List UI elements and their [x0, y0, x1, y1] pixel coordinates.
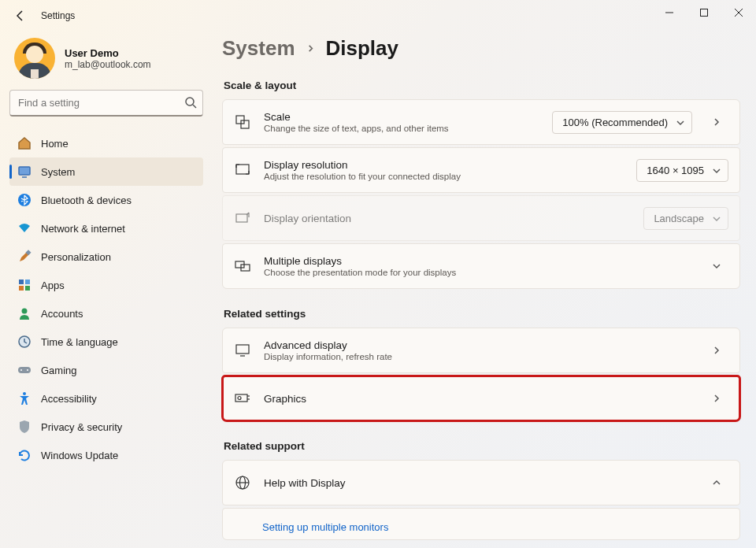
close-button[interactable] — [721, 0, 756, 25]
svg-rect-16 — [18, 367, 31, 373]
svg-line-5 — [193, 105, 196, 108]
svg-rect-26 — [236, 345, 249, 354]
svg-rect-11 — [25, 280, 30, 284]
svg-rect-10 — [19, 280, 24, 284]
svg-point-4 — [186, 98, 194, 106]
svg-point-19 — [23, 392, 26, 395]
svg-rect-6 — [19, 167, 30, 175]
svg-rect-20 — [236, 116, 244, 124]
sidebar-item-bluetooth[interactable]: Bluetooth & devices — [9, 186, 203, 214]
sidebar-item-privacy[interactable]: Privacy & security — [9, 413, 203, 441]
minimize-button[interactable] — [652, 0, 687, 25]
help-link[interactable]: Setting up multiple monitors — [223, 509, 388, 539]
help-collapse[interactable] — [705, 478, 728, 487]
sidebar-item-accounts[interactable]: Accounts — [9, 299, 203, 328]
svg-rect-22 — [236, 165, 249, 174]
breadcrumb-parent[interactable]: System — [222, 36, 295, 61]
back-button[interactable] — [9, 5, 32, 27]
avatar — [14, 38, 55, 79]
chevron-right-icon — [306, 43, 315, 55]
help-link-row[interactable]: Setting up multiple monitors — [222, 508, 740, 540]
window-title: Settings — [41, 10, 75, 21]
sidebar-item-apps[interactable]: Apps — [9, 271, 203, 299]
svg-point-18 — [27, 369, 28, 371]
section-title-related-settings: Related settings — [224, 308, 740, 320]
resolution-icon — [234, 161, 251, 179]
globe-icon — [234, 474, 251, 491]
svg-rect-13 — [25, 286, 30, 291]
svg-rect-21 — [241, 120, 249, 128]
svg-point-17 — [20, 369, 22, 371]
svg-point-14 — [22, 309, 28, 314]
card-advanced-display[interactable]: Advanced display Display information, re… — [222, 328, 740, 373]
card-help-display[interactable]: Help with Display — [222, 460, 740, 505]
svg-rect-12 — [19, 286, 24, 291]
sidebar-item-network[interactable]: Network & internet — [9, 214, 203, 243]
home-icon — [17, 136, 32, 150]
section-title-scale-layout: Scale & layout — [224, 80, 740, 91]
gamepad-icon — [17, 363, 32, 377]
scale-icon — [234, 113, 251, 131]
profile-name: User Demo — [65, 47, 151, 59]
sidebar-item-accessibility[interactable]: Accessibility — [9, 384, 203, 413]
graphics-icon — [234, 390, 251, 407]
multiple-expand[interactable] — [705, 261, 728, 271]
accessibility-icon — [17, 391, 32, 405]
maximize-button[interactable] — [687, 0, 721, 25]
sidebar-item-gaming[interactable]: Gaming — [9, 356, 203, 384]
multiple-displays-icon — [234, 257, 251, 275]
apps-icon — [17, 278, 32, 292]
monitor-icon — [234, 342, 251, 359]
card-multiple-displays[interactable]: Multiple displays Choose the presentatio… — [222, 243, 740, 289]
graphics-nav[interactable] — [705, 394, 728, 403]
orientation-dropdown: Landscape — [643, 207, 728, 230]
wifi-icon — [17, 221, 32, 235]
brush-icon — [17, 250, 32, 264]
advanced-nav[interactable] — [705, 346, 728, 355]
sidebar-item-personalization[interactable]: Personalization — [9, 243, 203, 271]
search-input[interactable] — [9, 90, 203, 117]
breadcrumb: System Display — [222, 36, 740, 61]
bluetooth-icon — [17, 193, 32, 207]
chevron-down-icon — [712, 214, 720, 222]
sidebar-item-update[interactable]: Windows Update — [9, 441, 203, 469]
svg-point-31 — [238, 397, 241, 400]
resolution-dropdown[interactable]: 1640 × 1095 — [636, 159, 728, 182]
shield-icon — [17, 420, 32, 434]
card-resolution[interactable]: Display resolution Adjust the resolution… — [222, 147, 740, 193]
card-graphics[interactable]: Graphics — [222, 376, 740, 421]
card-orientation: Display orientation Landscape — [222, 195, 740, 241]
clock-icon — [17, 335, 32, 349]
svg-rect-23 — [236, 214, 247, 222]
profile-email: m_lab@outlook.com — [65, 59, 151, 70]
sidebar-item-system[interactable]: System — [9, 157, 203, 186]
svg-rect-1 — [701, 9, 708, 17]
sidebar-item-home[interactable]: Home — [9, 129, 203, 157]
breadcrumb-current: Display — [326, 36, 399, 61]
chevron-down-icon — [712, 166, 720, 174]
system-icon — [17, 165, 32, 179]
card-scale[interactable]: Scale Change the size of text, apps, and… — [222, 99, 740, 145]
profile-block[interactable]: User Demo m_lab@outlook.com — [14, 38, 198, 79]
update-icon — [17, 448, 32, 462]
section-title-related-support: Related support — [224, 440, 740, 452]
sidebar-item-time[interactable]: Time & language — [9, 328, 203, 356]
scale-expand[interactable] — [705, 117, 728, 127]
person-icon — [17, 306, 32, 320]
orientation-icon — [234, 209, 251, 227]
search-icon — [184, 96, 197, 109]
chevron-down-icon — [676, 118, 684, 126]
scale-dropdown[interactable]: 100% (Recommended) — [552, 111, 692, 134]
